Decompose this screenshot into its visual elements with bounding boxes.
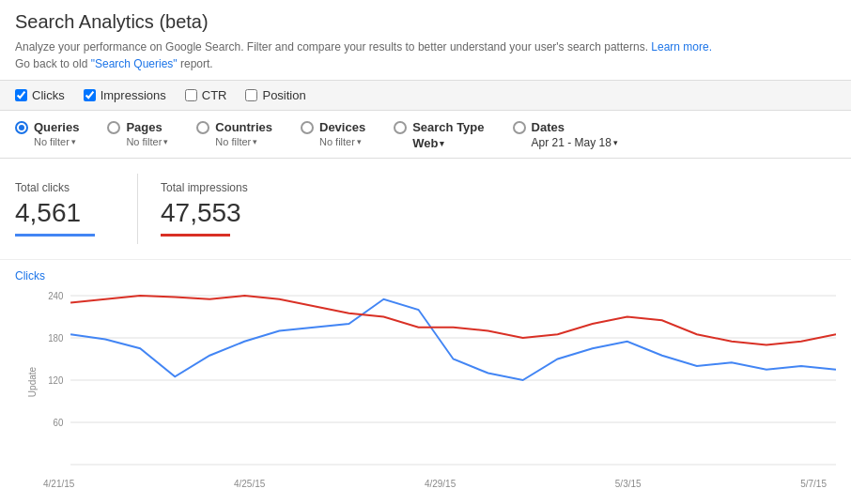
- clicks-underline: [15, 234, 95, 237]
- dimension-label-devices: Devices: [319, 120, 365, 134]
- radio-countries: [196, 121, 209, 134]
- total-impressions-label: Total impressions: [161, 181, 248, 194]
- dimension-label-dates: Dates: [532, 120, 565, 134]
- impressions-label: Impressions: [101, 88, 166, 102]
- ctr-checkbox[interactable]: [185, 89, 197, 101]
- search-queries-link[interactable]: "Search Queries": [91, 57, 178, 70]
- radio-pages: [107, 121, 120, 134]
- position-label: Position: [262, 88, 305, 102]
- total-impressions-value: 47,553: [161, 198, 248, 228]
- page-description: Analyze your performance on Google Searc…: [15, 38, 836, 55]
- y-axis-label: Update: [27, 366, 38, 396]
- x-axis-label: 4/21/15: [43, 479, 74, 489]
- svg-text:60: 60: [54, 418, 64, 428]
- dimension-label-queries: Queries: [34, 120, 79, 134]
- pages-filter[interactable]: No filter ▾: [126, 136, 168, 147]
- dimension-queries[interactable]: QueriesNo filter ▾: [15, 111, 98, 158]
- impressions-underline: [161, 234, 230, 237]
- total-clicks-value: 4,561: [15, 198, 115, 228]
- filter-bar: Clicks Impressions CTR Position: [0, 80, 851, 111]
- clicks-checkbox-label[interactable]: Clicks: [15, 88, 65, 102]
- total-impressions-block: Total impressions 47,553: [137, 174, 271, 244]
- svg-text:180: 180: [48, 333, 64, 344]
- impressions-checkbox[interactable]: [84, 89, 96, 101]
- clicks-label: Clicks: [32, 88, 65, 102]
- dates-filter[interactable]: Apr 21 - May 18 ▾: [532, 136, 618, 149]
- dimension-dates[interactable]: DatesApr 21 - May 18 ▾: [513, 111, 637, 158]
- svg-text:240: 240: [48, 291, 64, 301]
- position-checkbox-label[interactable]: Position: [245, 88, 305, 102]
- dimension-label-pages: Pages: [126, 120, 162, 134]
- learn-more-link[interactable]: Learn more.: [651, 40, 712, 53]
- ctr-checkbox-label[interactable]: CTR: [185, 88, 227, 102]
- dimension-pages[interactable]: PagesNo filter ▾: [107, 111, 187, 158]
- page-title: Search Analytics (beta): [15, 11, 836, 33]
- dimension-label-countries: Countries: [215, 120, 272, 134]
- total-clicks-label: Total clicks: [15, 181, 115, 194]
- search-type-filter[interactable]: Web ▾: [412, 136, 444, 150]
- total-clicks-block: Total clicks 4,561: [15, 174, 137, 244]
- clicks-checkbox[interactable]: [15, 89, 27, 101]
- chart-svg: 240 180 120 60: [43, 286, 836, 474]
- x-axis-label: 4/25/15: [234, 479, 265, 489]
- radio-search-type: [394, 121, 407, 134]
- back-link-row: Go back to old "Search Queries" report.: [15, 55, 836, 72]
- chart-wrapper: Update 240 180 120 60: [43, 286, 836, 477]
- x-axis-label: 4/29/15: [425, 479, 456, 489]
- x-axis-label: 5/3/15: [615, 479, 642, 489]
- radio-devices: [301, 121, 314, 134]
- queries-filter[interactable]: No filter ▾: [34, 136, 76, 147]
- impressions-checkbox-label[interactable]: Impressions: [84, 88, 166, 102]
- stats-row: Total clicks 4,561 Total impressions 47,…: [0, 159, 851, 260]
- dimension-search-type[interactable]: Search TypeWeb ▾: [394, 111, 503, 158]
- dimension-bar: QueriesNo filter ▾PagesNo filter ▾Countr…: [0, 111, 851, 159]
- chart-area: Clicks Update 240 180 120 60 4/21/: [0, 260, 851, 498]
- dimension-countries[interactable]: CountriesNo filter ▾: [196, 111, 291, 158]
- dimension-label-search-type: Search Type: [412, 120, 484, 134]
- dimension-devices[interactable]: DevicesNo filter ▾: [301, 111, 384, 158]
- chart-title: Clicks: [15, 269, 836, 283]
- svg-text:120: 120: [48, 375, 64, 386]
- x-axis-label: 5/7/15: [800, 479, 827, 489]
- ctr-label: CTR: [202, 88, 227, 102]
- countries-filter[interactable]: No filter ▾: [215, 136, 257, 147]
- devices-filter[interactable]: No filter ▾: [319, 136, 362, 147]
- radio-queries: [15, 121, 28, 134]
- page-header: Search Analytics (beta) Analyze your per…: [0, 0, 851, 80]
- radio-dates: [513, 121, 526, 134]
- x-axis: 4/21/154/25/154/29/155/3/155/7/15: [43, 479, 836, 489]
- position-checkbox[interactable]: [245, 89, 257, 101]
